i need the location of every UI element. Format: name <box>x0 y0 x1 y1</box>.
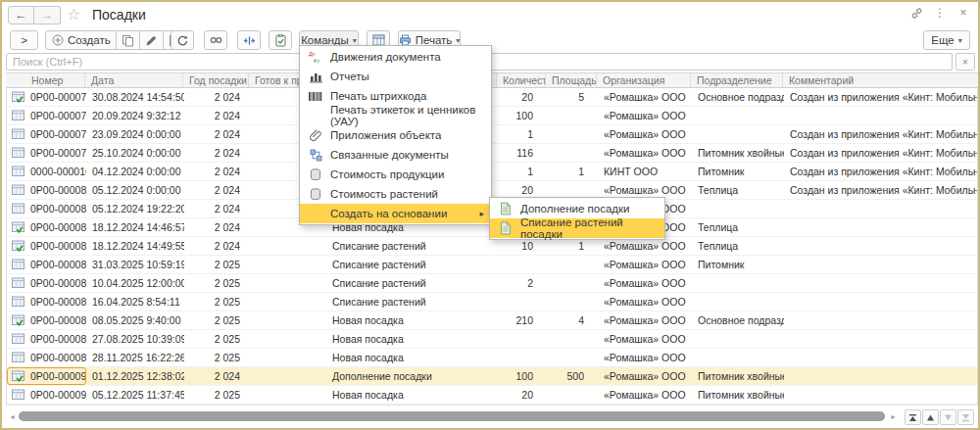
submenu-item[interactable]: Списание растений посадки <box>490 218 664 238</box>
row-year: 2 024 <box>184 125 250 143</box>
document-icon <box>12 277 25 290</box>
column-header-year[interactable]: Год посадки <box>183 73 249 87</box>
row-number-cell: 0P00-000083 <box>7 237 86 255</box>
row-area <box>547 330 598 348</box>
move-item-button[interactable] <box>237 30 261 50</box>
table-row[interactable]: 0P00-00008516.04.2025 8:54:112 025Списан… <box>7 293 977 311</box>
table-row[interactable]: 0P00-00007825.10.2024 0:00:002 024116«Ро… <box>7 144 977 163</box>
row-comment: Создан из приложения «Кинт: Мобильный ТС… <box>784 144 977 162</box>
link-icon[interactable] <box>909 6 923 20</box>
menu-item[interactable]: Приложения объекта <box>300 125 491 145</box>
menu-item[interactable]: Стоимость растений <box>300 184 491 204</box>
kebab-menu-icon[interactable]: ⋮ <box>933 6 947 20</box>
table-row[interactable]: 0P00-00009001.12.2025 12:38:022 024Допол… <box>7 367 977 386</box>
menu-item[interactable]: Стоимость продукции <box>300 165 491 184</box>
more-button[interactable]: Еще▾ <box>923 30 970 50</box>
row-number-cell: 0P00-000085 <box>7 293 86 311</box>
table-row[interactable]: 0P00-00008727.08.2025 10:39:092 025Новая… <box>7 330 977 349</box>
row-number-cell: 0P00-000087 <box>7 330 86 348</box>
row-number-cell: 0P00-000091 <box>7 386 86 404</box>
column-header-comment[interactable]: Комментарий <box>783 73 978 87</box>
column-header-date[interactable]: Дата <box>85 73 183 87</box>
menu-item-label: Печать штрихкода <box>330 90 426 102</box>
row-date: 31.03.2025 10:59:19 <box>86 256 184 273</box>
check-tasks-button[interactable] <box>269 30 292 50</box>
row-number-cell: 0P00-000071 <box>7 88 86 106</box>
back-button[interactable]: ← <box>8 6 34 24</box>
edit-button[interactable] <box>140 30 164 50</box>
table-row[interactable]: 0000-00001604.12.2024 0:00:002 02411КИНТ… <box>7 163 977 181</box>
row-year: 2 025 <box>184 386 250 404</box>
row-organization: КИНТ ООО <box>598 163 692 180</box>
row-department <box>692 125 784 143</box>
row-year: 2 024 <box>184 200 250 217</box>
row-comment: Создан из приложения «Кинт: Мобильный ТС… <box>784 125 977 143</box>
row-number-cell: 0P00-000089 <box>7 349 86 366</box>
submenu-item[interactable]: Дополнение посадки <box>490 199 664 218</box>
chart-icon <box>309 70 322 83</box>
horizontal-scrollbar[interactable]: ◂ ▸ <box>6 408 900 425</box>
menu-item[interactable]: Отчеты <box>300 67 491 86</box>
row-date: 05.12.2025 11:37:45 <box>86 386 184 404</box>
menu-item[interactable]: Печать штрихкода <box>300 86 491 106</box>
close-icon[interactable]: × <box>956 6 970 20</box>
table-row[interactable]: 0P00-00008610.04.2025 12:00:002 025Списа… <box>7 274 977 293</box>
row-number-cell: 0P00-000086 <box>7 274 86 292</box>
scrollbar-thumb[interactable] <box>19 411 885 421</box>
barcode-icon <box>309 89 322 103</box>
set-period-button[interactable] <box>204 30 227 50</box>
menu-item-label: Движения документа <box>330 51 441 63</box>
search-clear-button[interactable]: × <box>956 53 975 71</box>
menu-item[interactable]: Связанные документы <box>300 145 491 165</box>
row-quantity: 1 <box>498 163 547 180</box>
row-quantity: 116 <box>498 144 547 162</box>
table-row[interactable]: 0P00-00007130.08.2024 14:54:502 024205«Р… <box>7 88 977 107</box>
row-year: 2 024 <box>184 237 250 255</box>
scroll-left-icon[interactable]: ◂ <box>8 412 17 421</box>
row-operation: Новая посадка <box>326 311 498 329</box>
create-based-on-submenu: Дополнение посадкиСписание растений поса… <box>489 197 665 240</box>
column-header-quantity[interactable]: Количество <box>497 73 546 87</box>
table-row[interactable]: 0P00-00008928.11.2025 16:22:262 025Новая… <box>7 349 977 367</box>
document-posted-icon <box>12 91 25 104</box>
row-department <box>692 274 784 292</box>
row-comment <box>784 330 977 348</box>
scroll-right-icon[interactable]: ▸ <box>889 412 898 421</box>
column-header-department[interactable]: Подразделение <box>691 73 783 87</box>
menu-item[interactable]: Печать этикеток и ценников (УАУ) <box>300 106 491 125</box>
row-organization: «Ромашка» ООО <box>598 274 692 292</box>
row-year: 2 024 <box>184 367 250 385</box>
table-row[interactable]: 0P00-00009105.12.2025 11:37:452 025Новая… <box>7 386 977 405</box>
row-organization: «Ромашка» ООО <box>598 386 692 404</box>
row-operation: Новая посадка <box>326 349 498 366</box>
table-row[interactable]: 0P00-00008431.03.2025 10:59:192 025Списа… <box>7 256 977 274</box>
menu-item[interactable]: Создать на основании▸ <box>300 204 491 223</box>
column-header-area[interactable]: Площадь <box>546 73 597 87</box>
row-department <box>692 293 784 311</box>
row-area: 5 <box>547 88 598 106</box>
create-button[interactable]: Создать <box>45 30 117 50</box>
column-header-number[interactable]: Номер <box>6 73 85 87</box>
table-row[interactable]: 0P00-00007420.09.2024 9:32:122 024100«Ро… <box>7 107 977 125</box>
document-icon <box>12 147 25 160</box>
column-header-organization[interactable]: Организация <box>597 73 691 87</box>
menu-item-label: Стоимость растений <box>330 188 438 200</box>
row-organization: «Ромашка» ООО <box>598 125 692 143</box>
menu-item-label: Связанные документы <box>330 149 449 161</box>
go-up-button[interactable] <box>922 409 939 425</box>
table-row[interactable]: 0P00-00007523.09.2024 0:00:002 0241«Рома… <box>7 125 977 144</box>
row-number: 0P00-000084 <box>30 256 86 273</box>
refresh-button[interactable] <box>171 30 194 50</box>
row-ready <box>250 367 326 385</box>
table-row[interactable]: 0P00-00008808.05.2025 9:40:002 025Новая … <box>7 311 977 330</box>
favorite-star-icon[interactable]: ☆ <box>67 5 80 24</box>
go-first-button[interactable] <box>905 409 921 425</box>
forward-button[interactable]: → <box>34 6 61 24</box>
titlebar-actions: ⋮ × <box>909 6 970 20</box>
collapse-panel-button[interactable]: > <box>10 30 38 50</box>
menu-item[interactable]: ДтКтДвижения документа <box>300 47 491 67</box>
go-down-button[interactable] <box>940 409 956 425</box>
row-comment <box>784 349 977 366</box>
go-last-button[interactable] <box>957 409 974 425</box>
copy-button[interactable] <box>117 30 140 50</box>
